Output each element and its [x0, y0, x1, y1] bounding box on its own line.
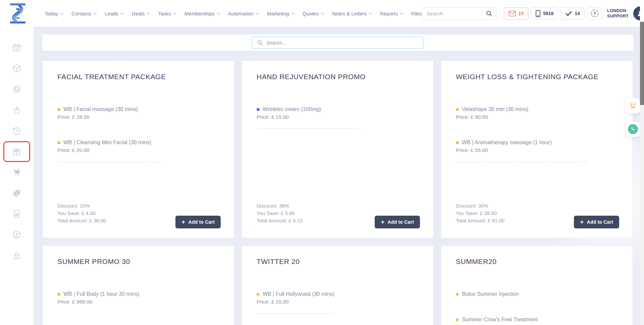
nav-item-reports[interactable]: Reports	[380, 11, 403, 16]
nav-item-today[interactable]: Today	[45, 11, 63, 16]
phone-icon	[630, 126, 636, 132]
price-tag-icon[interactable]: $	[12, 188, 21, 198]
user-circle-icon[interactable]	[12, 230, 21, 239]
you-save-text: You Save: £ 5.85	[257, 210, 303, 217]
package-title: HAND REJUVENATION PROMO	[257, 73, 419, 81]
package-search-input[interactable]	[266, 40, 418, 46]
package-icon[interactable]	[12, 64, 21, 73]
package-title: SUMMER PROMO 30	[57, 258, 219, 266]
search-icon	[486, 10, 492, 17]
nav-item-memberships[interactable]: Memberships	[184, 11, 220, 16]
messages-count: 13	[519, 11, 524, 16]
question-icon: ?	[591, 10, 598, 17]
nav-item-files[interactable]: Files	[411, 11, 422, 16]
chevron-down-icon	[291, 11, 294, 14]
chevron-down-icon	[147, 11, 150, 14]
total-amount-text: Total Amount: £ 91.00	[456, 217, 504, 224]
nav-label: Quotes	[303, 11, 319, 16]
cart-icon[interactable]	[12, 168, 21, 177]
report-icon[interactable]	[12, 209, 21, 219]
package-card-facial-treatment: FACIAL TREATMENT PACKAGE WB | Facial mas…	[42, 60, 234, 238]
add-to-cart-button[interactable]: +Add to Cart	[375, 216, 420, 228]
scrollbar-thumb[interactable]	[640, 22, 644, 105]
discount-text: Discount: 39%	[257, 202, 303, 210]
header-right-cluster: 13 5918 14 ? LONDON SUPPORT	[422, 6, 644, 20]
chevron-down-icon	[217, 11, 220, 14]
item-price: Price: £ 55.00	[456, 147, 618, 153]
item-name: WB | Facial massage (30 mins)	[63, 106, 138, 112]
item-name: Velashape 30 min (30 mins)	[462, 106, 528, 112]
card-footer: Discount: 10% You Save: £ 4.00 Total Amo…	[57, 202, 221, 228]
totals-block: Discount: 30% You Save: £ 39.00 Total Am…	[456, 202, 504, 224]
global-search-button[interactable]	[482, 8, 496, 19]
chevron-down-icon	[94, 11, 97, 14]
nav-item-marketing[interactable]: Marketing	[267, 11, 294, 16]
totals-block: Discount: 39% You Save: £ 5.85 Total Amo…	[257, 202, 303, 224]
package-items: WB | Full Body (1 hour 30 mins) Price: £…	[57, 291, 219, 305]
you-save-text: You Save: £ 39.00	[456, 210, 504, 217]
svg-text:12: 12	[15, 47, 18, 51]
help-button[interactable]: ?	[587, 7, 602, 20]
gift-icon	[12, 147, 21, 156]
nav-label: Contacts	[71, 11, 91, 16]
smartphone-icon	[536, 10, 540, 17]
history-icon[interactable]	[12, 126, 21, 136]
package-title: FACIAL TREATMENT PACKAGE	[57, 73, 219, 81]
package-card-twitter-20: TWITTER 20 WB | Full Hollywood (30 mins)…	[241, 245, 434, 325]
nav-item-automation[interactable]: Automation	[228, 11, 259, 16]
floating-phone-button[interactable]	[626, 121, 640, 137]
plus-icon: +	[580, 219, 584, 225]
total-amount-text: Total Amount: £ 36.00	[57, 217, 106, 224]
package-item: WB | Full Hollywood (30 mins) Price: £ 2…	[257, 291, 419, 305]
nav-item-deals[interactable]: Deals	[132, 11, 150, 16]
user-name: LONDON SUPPORT	[607, 8, 629, 19]
package-items: WB | Full Hollywood (30 mins) Price: £ 2…	[257, 291, 419, 305]
nav-label: Reports	[380, 11, 398, 16]
global-search-input[interactable]	[422, 8, 482, 19]
nav-item-notes-letters[interactable]: Notes & Letters	[332, 11, 372, 16]
nav-item-leads[interactable]: Leads	[105, 11, 123, 16]
tasks-badge[interactable]: 14	[561, 7, 585, 20]
item-name: WB | Full Hollywood (30 mins)	[263, 291, 334, 297]
card-footer: Discount: 30% You Save: £ 39.00 Total Am…	[456, 202, 619, 228]
nav-label: Files	[411, 11, 422, 16]
lock-icon[interactable]	[12, 251, 21, 260]
gift-nav-active[interactable]	[3, 141, 30, 162]
add-to-cart-button[interactable]: +Add to Cart	[175, 216, 221, 228]
totals-block: Discount: 10% You Save: £ 4.00 Total Amo…	[57, 202, 106, 224]
top-header: Today Contacts Leads Deals Tasks Members…	[0, 0, 644, 27]
package-item: Summer Crow's Feet Treatment	[456, 317, 618, 323]
phone-count: 5918	[543, 11, 553, 16]
item-price: Price: £ 20.00	[57, 147, 219, 153]
nav-label: Today	[45, 11, 58, 16]
item-name: WB | Cleansing Mini Facial (30 mins)	[63, 140, 151, 146]
dashed-divider	[257, 313, 334, 314]
copy-icon[interactable]	[12, 85, 21, 94]
phone-circle	[628, 124, 638, 134]
package-card-weight-loss: WEIGHT LOSS & TIGHTENING PACKAGE Velasha…	[441, 60, 633, 238]
nav-item-contacts[interactable]: Contacts	[71, 11, 96, 16]
package-item: WB | Aromatherapy massage (1 hour) Price…	[456, 140, 618, 153]
nav-item-tasks[interactable]: Tasks	[158, 11, 176, 16]
package-grid: FACIAL TREATMENT PACKAGE WB | Facial mas…	[42, 60, 633, 325]
card-footer: Discount: 39% You Save: £ 5.85 Total Amo…	[257, 202, 420, 228]
item-name: WB | Aromatherapy massage (1 hour)	[462, 140, 552, 146]
calendar-icon[interactable]: 12	[12, 43, 21, 52]
bag-import-icon[interactable]	[12, 105, 21, 115]
add-to-cart-label: Add to Cart	[587, 219, 613, 225]
chevron-down-icon	[369, 11, 372, 14]
floating-cart-button[interactable]	[626, 98, 640, 113]
phone-badge[interactable]: 5918	[531, 7, 558, 20]
main-nav: Today Contacts Leads Deals Tasks Members…	[45, 11, 422, 16]
service-bullet-icon	[57, 141, 60, 144]
messages-badge[interactable]: 13	[504, 7, 529, 20]
chevron-down-icon	[121, 11, 124, 14]
mail-icon	[508, 11, 516, 16]
app-logo-icon[interactable]	[9, 3, 26, 24]
check-icon	[566, 11, 572, 16]
nav-label: Marketing	[267, 11, 289, 16]
package-item: WB | Facial massage (30 mins) Price: £ 2…	[57, 106, 219, 120]
add-to-cart-button[interactable]: +Add to Cart	[574, 216, 619, 228]
item-price: Price: £ 28.00	[57, 114, 219, 120]
nav-item-quotes[interactable]: Quotes	[303, 11, 324, 16]
